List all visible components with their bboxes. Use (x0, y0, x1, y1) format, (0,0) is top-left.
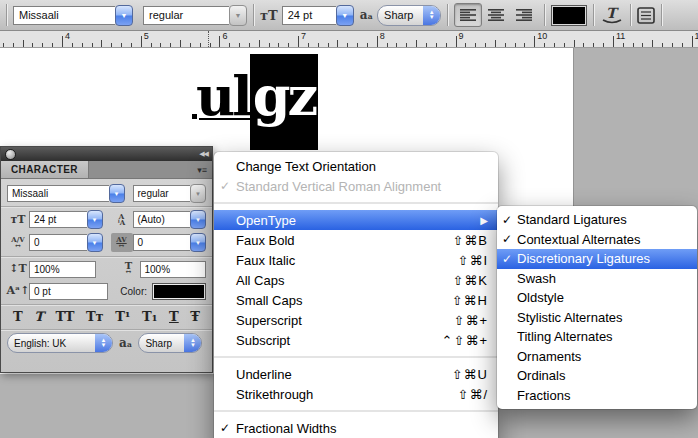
opentype-submenu-item-discretionary-ligatures[interactable]: ✓Discretionary Ligatures (497, 249, 697, 269)
warp-text-button[interactable]: T (600, 5, 624, 25)
submenu-arrow-icon: ▶ (480, 215, 488, 226)
panel-tracking-value[interactable]: 0 (133, 234, 191, 251)
panel-font-style-select[interactable]: regular ▼ (133, 184, 206, 203)
anti-alias-value: Sharp (378, 9, 423, 21)
panel-color-swatch[interactable] (152, 283, 206, 300)
subscript-button[interactable]: T₁ (140, 309, 159, 325)
text-color-swatch[interactable] (551, 5, 587, 26)
ruler-tick (672, 43, 673, 47)
opentype-submenu-item-swash[interactable]: Swash (497, 269, 697, 289)
ruler-tick (633, 43, 634, 47)
panel-font-family-select[interactable]: Missaali ▼ (7, 184, 125, 203)
chevron-down-icon[interactable]: ▼ (87, 210, 103, 229)
ruler-tick (692, 36, 693, 47)
context-menu-item-fractional-widths[interactable]: ✓Fractional Widths (214, 418, 498, 438)
opentype-submenu-item-titling-alternates[interactable]: Titling Alternates (497, 327, 697, 347)
text-layer[interactable]: ulgz (196, 54, 318, 150)
chevron-down-icon[interactable]: ▼ (115, 5, 133, 26)
language-popup[interactable]: English: UK ▲▼ (7, 333, 113, 353)
faux-bold-button[interactable]: T (11, 309, 25, 325)
panel-font-style-value[interactable]: regular (133, 185, 190, 202)
panel-leading-value[interactable]: (Auto) (133, 211, 191, 228)
context-menu-item-change-text-orientation[interactable]: Change Text Orientation (214, 156, 498, 176)
ruler-tick (406, 43, 407, 47)
menu-item-label: Oldstyle (517, 290, 564, 305)
context-menu-item-faux-bold[interactable]: Faux Bold⇧⌘B (214, 230, 498, 250)
collapse-panel-icon[interactable]: ◀◀ (199, 150, 208, 158)
context-menu-item-underline[interactable]: Underline⇧⌘U (214, 364, 498, 384)
opentype-submenu-item-stylistic-alternates[interactable]: Stylistic Alternates (497, 308, 697, 328)
ruler-tick (662, 43, 663, 47)
font-style-select[interactable]: regular ▼ (143, 6, 247, 25)
all-caps-button[interactable]: TT (53, 309, 76, 325)
ruler-tick (160, 43, 161, 47)
menu-item-label: Fractional Widths (236, 421, 336, 436)
ruler-tick (32, 43, 33, 47)
ruler-tick (426, 43, 427, 47)
font-style-value[interactable]: regular (143, 6, 229, 25)
font-family-value[interactable]: Missaali (13, 6, 115, 25)
context-menu-item-opentype[interactable]: OpenType▶ (214, 210, 498, 230)
toggle-panels-button[interactable] (637, 7, 655, 24)
context-menu-item-strikethrough[interactable]: Strikethrough⇧⌘/ (214, 384, 498, 404)
font-size-select[interactable]: 24 pt ▼ (282, 6, 354, 25)
panel-vertical-scale-value[interactable]: 100% (29, 261, 96, 278)
font-family-select[interactable]: Missaali ▼ (13, 6, 133, 25)
ruler-number: 8 (380, 31, 385, 41)
panel-font-size-value[interactable]: 24 pt (29, 211, 87, 228)
opentype-submenu-item-ornaments[interactable]: Ornaments (497, 347, 697, 367)
superscript-button[interactable]: T¹ (113, 309, 132, 325)
panel-horizontal-scale-value[interactable]: 100% (140, 261, 207, 278)
opentype-submenu-item-oldstyle[interactable]: Oldstyle (497, 288, 697, 308)
underline-button[interactable]: T (167, 309, 181, 325)
context-menu-item-small-caps[interactable]: Small Caps⇧⌘H (214, 290, 498, 310)
chevron-down-icon[interactable]: ▼ (109, 184, 125, 203)
menu-item-label: Ornaments (517, 349, 581, 364)
popup-arrows-icon: ▲▼ (95, 334, 112, 352)
context-menu-item-faux-italic[interactable]: Faux Italic⇧⌘I (214, 250, 498, 270)
tab-character[interactable]: CHARACTER (1, 161, 89, 178)
opentype-submenu-item-ordinals[interactable]: Ordinals (497, 366, 697, 386)
ruler-tick (170, 43, 171, 47)
menu-item-label: Faux Italic (236, 253, 295, 268)
small-caps-button[interactable]: Tᴛ (84, 309, 106, 325)
ruler-tick (308, 43, 309, 47)
context-menu-item-superscript[interactable]: Superscript⇧⌘+ (214, 310, 498, 330)
opentype-submenu-item-standard-ligatures[interactable]: ✓Standard Ligatures (497, 210, 697, 230)
text-anchor-point (192, 114, 197, 119)
font-size-value[interactable]: 24 pt (282, 6, 336, 25)
faux-italic-button[interactable]: T (32, 309, 46, 325)
close-icon[interactable] (5, 149, 16, 160)
chevron-down-icon[interactable]: ▼ (190, 233, 206, 252)
opentype-submenu-item-contextual-alternates[interactable]: ✓Contextual Alternates (497, 230, 697, 250)
ruler-tick (328, 43, 329, 47)
ruler-number: 12 (695, 31, 698, 41)
anti-alias-icon: aₐ (119, 336, 132, 350)
strikethrough-button[interactable]: Ŧ (188, 309, 202, 325)
ruler-tick (288, 43, 289, 47)
chevron-down-icon[interactable]: ▼ (190, 210, 206, 229)
vertical-scale-icon: ↕T (7, 264, 29, 274)
ruler-tick (524, 43, 525, 47)
chevron-down-icon: ▼ (190, 184, 206, 203)
align-left-button[interactable] (454, 3, 482, 27)
opentype-submenu-item-fractions[interactable]: Fractions (497, 386, 697, 406)
horizontal-ruler[interactable]: 456789101112 (0, 31, 698, 48)
panel-menu-icon[interactable]: ▾≡ (197, 165, 207, 175)
context-menu-item-all-caps[interactable]: All Caps⇧⌘K (214, 270, 498, 290)
ruler-tick (101, 40, 102, 47)
align-center-button[interactable] (482, 3, 510, 27)
menu-item-label: Titling Alternates (517, 329, 613, 344)
anti-alias-popup[interactable]: Sharp ▲▼ (377, 5, 441, 26)
panel-kerning-value[interactable]: 0 (29, 234, 87, 251)
panel-font-family-value[interactable]: Missaali (7, 185, 109, 202)
chevron-down-icon[interactable]: ▼ (87, 233, 103, 252)
align-right-button[interactable] (510, 3, 538, 27)
panel-baseline-shift-value[interactable]: 0 pt (29, 283, 108, 300)
ruler-tick (219, 36, 220, 47)
chevron-down-icon[interactable]: ▼ (336, 5, 354, 26)
context-menu-item-subscript[interactable]: Subscript⌃⇧⌘+ (214, 330, 498, 350)
panel-anti-alias-popup[interactable]: Sharp ▲▼ (138, 333, 202, 353)
context-menu-separator (214, 410, 498, 412)
ruler-tick (485, 43, 486, 47)
